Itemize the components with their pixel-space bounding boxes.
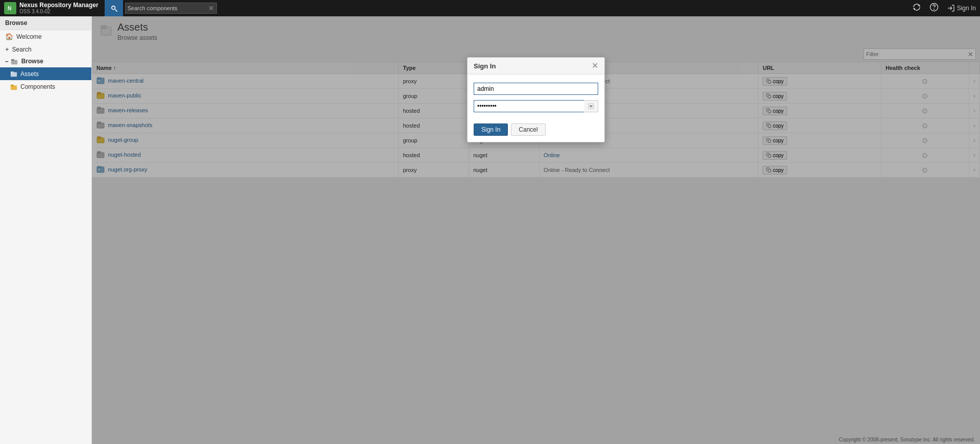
password-input[interactable] <box>474 100 598 112</box>
svg-rect-11 <box>11 71 14 73</box>
signin-modal-footer: Sign In Cancel <box>468 124 604 142</box>
signin-modal-title: Sign In <box>474 62 496 70</box>
browse-label: Browse <box>21 58 43 65</box>
svg-point-6 <box>934 9 934 9</box>
app-logo-icon: N <box>4 2 16 14</box>
main-layout: Browse 🏠 Welcome + Search – Browse <box>0 16 980 444</box>
minus-icon: – <box>5 58 9 65</box>
content-area: Assets Browse assets ✕ Name ↑ Type Forma… <box>92 16 980 444</box>
browse-section-header: Browse <box>0 16 91 30</box>
components-label: Components <box>20 83 55 90</box>
modal-signin-button[interactable]: Sign In <box>474 124 508 136</box>
app-title-block: Nexus Repository Manager OSS 3.4.0-02 <box>19 2 99 15</box>
search-input-box[interactable]: ✕ <box>125 3 217 14</box>
browse-subsection-label <box>11 58 19 65</box>
sidebar: Browse 🏠 Welcome + Search – Browse <box>0 16 92 444</box>
password-field <box>474 100 598 112</box>
password-wrapper <box>474 100 598 112</box>
sidebar-item-search[interactable]: + Search <box>0 43 91 56</box>
browse-subsection[interactable]: – Browse <box>0 56 91 67</box>
search-icon-box <box>105 0 123 16</box>
assets-label: Assets <box>20 70 39 78</box>
search-input[interactable] <box>128 5 208 11</box>
app-version: OSS 3.4.0-02 <box>19 9 99 15</box>
assets-folder-icon <box>10 70 17 78</box>
refresh-icon[interactable] <box>912 3 921 14</box>
welcome-label: Welcome <box>16 33 42 40</box>
modal-close-icon[interactable]: ✕ <box>592 62 598 70</box>
signin-modal-body <box>468 75 604 124</box>
signin-button[interactable]: Sign In <box>947 4 976 12</box>
password-toggle-icon[interactable] <box>584 100 598 112</box>
app-logo: N Nexus Repository Manager OSS 3.4.0-02 <box>4 2 99 15</box>
modal-overlay: Sign In ✕ <box>92 16 980 444</box>
sidebar-item-components[interactable]: Components <box>0 80 91 93</box>
plus-icon: + <box>5 45 9 53</box>
app-title: Nexus Repository Manager <box>19 2 99 9</box>
signin-modal-header: Sign In ✕ <box>468 58 604 75</box>
modal-cancel-button[interactable]: Cancel <box>511 124 545 136</box>
home-icon: 🏠 <box>5 33 13 40</box>
svg-rect-9 <box>11 59 14 61</box>
username-field <box>474 83 598 95</box>
svg-text:N: N <box>8 6 11 11</box>
svg-rect-13 <box>11 85 14 87</box>
search-label: Search <box>12 46 32 53</box>
search-clear-icon[interactable]: ✕ <box>208 5 214 12</box>
topbar: N Nexus Repository Manager OSS 3.4.0-02 … <box>0 0 980 16</box>
signin-label: Sign In <box>957 5 976 12</box>
sidebar-item-assets[interactable]: Assets <box>0 67 91 81</box>
help-icon[interactable] <box>929 3 939 14</box>
signin-modal: Sign In ✕ <box>467 57 605 142</box>
username-input[interactable] <box>474 83 598 95</box>
components-folder-icon <box>10 83 17 91</box>
sidebar-item-welcome[interactable]: 🏠 Welcome <box>0 30 91 43</box>
topbar-actions: Sign In <box>912 3 976 14</box>
